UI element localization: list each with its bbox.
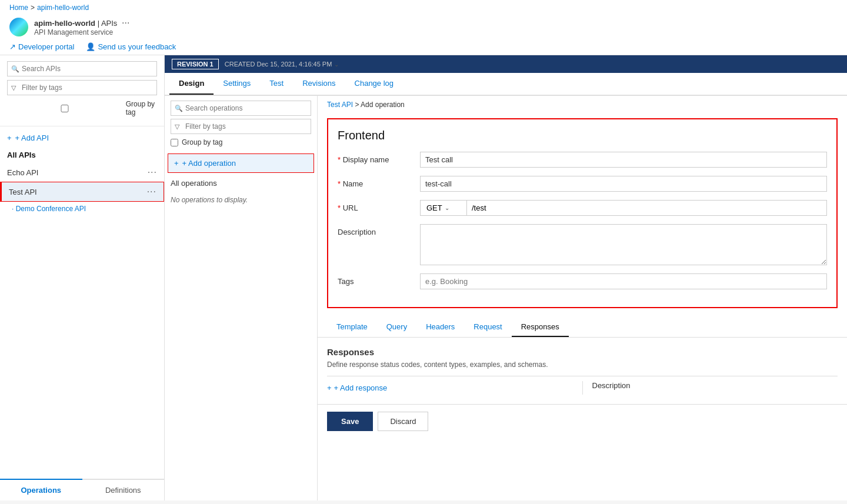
sidebar-search-area: 🔍 ▽ Group by tag <box>0 55 164 124</box>
ops-filter-input[interactable] <box>171 119 311 134</box>
sidebar-tab-operations[interactable]: Operations <box>0 479 82 500</box>
echo-api-more-icon[interactable]: ··· <box>148 167 157 178</box>
url-label: URL <box>338 200 420 212</box>
right-breadcrumb-sep: > <box>355 101 359 109</box>
resource-subtitle: API Management service <box>34 28 129 36</box>
frontend-title: Frontend <box>338 129 827 142</box>
resource-header: apim-hello-world | APIs ··· API Manageme… <box>9 14 838 40</box>
ops-group-by-checkbox[interactable] <box>171 139 178 146</box>
responses-title: Responses <box>327 347 838 357</box>
responses-section: Responses Define response status codes, … <box>318 338 847 404</box>
responses-desc: Define response status codes, content ty… <box>327 361 838 369</box>
external-link-icon: ↗ <box>9 42 16 51</box>
breadcrumb: Home > apim-hello-world <box>9 0 838 14</box>
name-input[interactable] <box>420 176 827 192</box>
tags-input[interactable] <box>420 273 827 289</box>
resource-title: apim-hello-world | APIs ··· <box>34 18 129 28</box>
responses-right: Description <box>583 381 838 395</box>
breadcrumb-home[interactable]: Home <box>9 4 28 12</box>
sub-tab-query[interactable]: Query <box>377 318 416 337</box>
search-operations-input[interactable] <box>171 101 311 116</box>
tab-revisions[interactable]: Revisions <box>293 73 345 95</box>
center-right-wrapper: REVISION 1 CREATED Dec 15, 2021, 4:16:45… <box>165 55 847 500</box>
main-layout: 🔍 ▽ Group by tag + + Add API All APIs Ec… <box>0 55 847 500</box>
top-bar: Home > apim-hello-world apim-hello-world… <box>0 0 847 55</box>
top-tabs: Design Settings Test Revisions Change lo… <box>165 73 847 95</box>
more-options-icon[interactable]: ··· <box>122 18 129 28</box>
sub-tab-headers[interactable]: Headers <box>416 318 464 337</box>
revision-meta: CREATED Dec 15, 2021, 4:16:45 PM ⌄ <box>225 61 339 68</box>
ops-filter-icon: ▽ <box>175 123 179 131</box>
frontend-form-box: Frontend Display name Name URL GET <box>327 118 838 308</box>
right-top-area: REVISION 1 CREATED Dec 15, 2021, 4:16:45… <box>165 55 847 96</box>
revision-chevron[interactable]: ⌄ <box>334 61 339 68</box>
url-path-input[interactable] <box>467 200 827 216</box>
plus-icon: + <box>174 159 179 168</box>
filter-by-tags-input[interactable] <box>7 80 157 95</box>
no-ops-message: No operations to display. <box>165 191 317 209</box>
sidebar-item-test-api[interactable]: Test API ··· <box>0 182 164 202</box>
ops-group-by-label[interactable]: Group by tag <box>182 138 222 146</box>
test-api-more-icon[interactable]: ··· <box>147 186 156 197</box>
tab-settings[interactable]: Settings <box>214 73 260 95</box>
sub-tab-request[interactable]: Request <box>464 318 511 337</box>
action-bar: Save Discard <box>318 404 847 438</box>
breadcrumb-sep: > <box>31 4 35 12</box>
operations-panel: 🔍 ▽ Group by tag + + Add operation <box>165 96 318 500</box>
filter-icon: ▽ <box>11 84 16 92</box>
name-label: Name <box>338 176 420 188</box>
search-icon: 🔍 <box>11 65 19 73</box>
save-button[interactable]: Save <box>327 412 373 431</box>
sub-tab-responses[interactable]: Responses <box>512 318 569 337</box>
tab-changelog[interactable]: Change log <box>345 73 404 95</box>
feedback-icon: 👤 <box>86 42 95 51</box>
responses-columns: + + Add response Description <box>327 376 838 395</box>
feedback-link[interactable]: 👤 Send us your feedback <box>86 42 176 51</box>
group-by-tag: Group by tag <box>7 99 157 121</box>
group-by-tag-label[interactable]: Group by tag <box>126 100 157 116</box>
description-textarea[interactable] <box>420 224 827 265</box>
add-api-button[interactable]: + + Add API <box>0 129 164 147</box>
add-response-button[interactable]: + + Add response <box>327 381 573 395</box>
plus-icon: + <box>327 383 332 392</box>
tab-design[interactable]: Design <box>169 73 214 95</box>
display-name-input[interactable] <box>420 152 827 168</box>
sidebar-item-demo-conference[interactable]: Demo Conference API <box>0 202 164 216</box>
right-breadcrumb-link[interactable]: Test API <box>327 101 353 109</box>
sidebar-item-echo-api[interactable]: Echo API ··· <box>0 163 164 182</box>
breadcrumb-current[interactable]: apim-hello-world <box>37 4 89 12</box>
form-row-url: URL GET ⌄ <box>338 200 827 216</box>
resource-title-group: apim-hello-world | APIs ··· API Manageme… <box>34 18 129 36</box>
sidebar-tab-definitions[interactable]: Definitions <box>82 480 165 500</box>
api-search-wrap: 🔍 <box>7 61 157 76</box>
form-row-name: Name <box>338 176 827 192</box>
all-apis-label: All APIs <box>0 147 164 163</box>
left-sidebar: 🔍 ▽ Group by tag + + Add API All APIs Ec… <box>0 55 165 500</box>
api-filter-wrap: ▽ <box>7 80 157 95</box>
top-links: ↗ Developer portal 👤 Send us your feedba… <box>9 40 838 55</box>
method-chevron: ⌄ <box>445 205 449 211</box>
url-method-select[interactable]: GET ⌄ <box>420 200 467 216</box>
responses-left: + + Add response <box>327 381 583 395</box>
display-name-label: Display name <box>338 152 420 164</box>
tab-test[interactable]: Test <box>260 73 293 95</box>
group-by-tag-checkbox[interactable] <box>7 105 122 112</box>
azure-icon <box>9 18 28 36</box>
url-row: GET ⌄ <box>420 200 827 216</box>
sub-tab-template[interactable]: Template <box>327 318 377 337</box>
search-apis-input[interactable] <box>7 61 157 76</box>
right-main-panel: Test API > Add operation Frontend Displa… <box>318 96 847 500</box>
form-row-description: Description <box>338 224 827 265</box>
description-label: Description <box>338 224 420 236</box>
ops-filter-wrap: ▽ <box>171 119 311 134</box>
tags-label: Tags <box>338 273 420 286</box>
revision-badge: REVISION 1 <box>172 59 219 69</box>
sidebar-bottom-tabs: Operations Definitions <box>0 479 164 500</box>
right-breadcrumb: Test API > Add operation <box>318 96 847 114</box>
ops-search-icon: 🔍 <box>175 105 183 112</box>
developer-portal-link[interactable]: ↗ Developer portal <box>9 42 74 51</box>
all-ops-label: All operations <box>165 175 317 191</box>
content-area: 🔍 ▽ Group by tag + + Add operation <box>165 96 847 500</box>
discard-button[interactable]: Discard <box>378 412 428 431</box>
add-operation-button[interactable]: + + Add operation <box>168 153 314 173</box>
